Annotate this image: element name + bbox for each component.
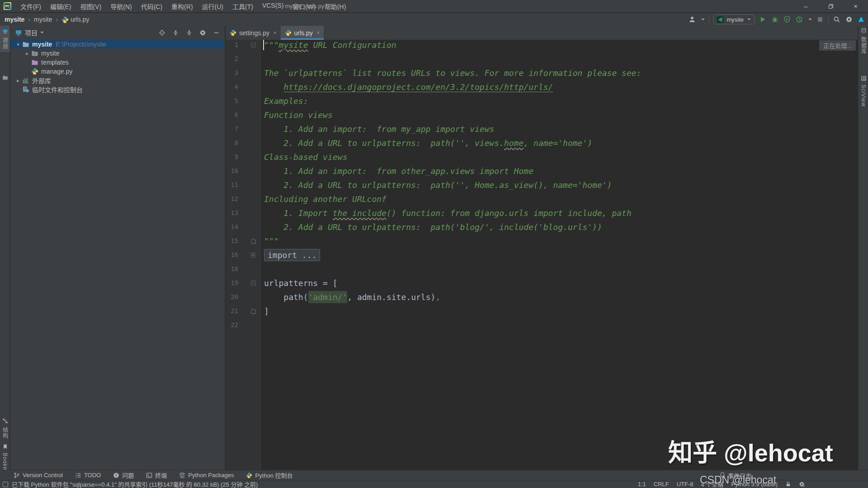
fold-marker-icon[interactable]: + <box>249 248 257 262</box>
restore-button[interactable] <box>818 0 843 13</box>
toolwindow-button-终端[interactable]: 终端 <box>146 471 167 479</box>
menu-item[interactable]: VCS(S) <box>258 0 288 13</box>
stop-button <box>816 15 824 23</box>
caret-position[interactable]: 1:1 <box>638 481 646 488</box>
tree-item-mysite[interactable]: ▸mysite <box>10 49 225 58</box>
tree-item-外部库[interactable]: ▸外部库 <box>10 76 225 85</box>
line-number: 1 <box>226 38 238 52</box>
line-number: 20 <box>226 290 238 304</box>
menu-item[interactable]: 文件(F) <box>16 0 46 13</box>
panel-settings-icon[interactable] <box>199 29 207 37</box>
fold-marker-icon[interactable]: − <box>249 38 257 52</box>
chevron-right-icon[interactable]: ▸ <box>23 51 31 56</box>
chevron-down-icon <box>747 19 751 20</box>
code-line-13: 13 1. Import the include() function: fro… <box>226 206 858 220</box>
menu-item[interactable]: 编辑(E) <box>46 0 76 13</box>
chevron-right-icon[interactable]: ▸ <box>14 78 22 84</box>
breadcrumb-item[interactable]: urls.py <box>71 16 89 23</box>
line-number: 19 <box>226 276 238 290</box>
code-line-18: 18 <box>226 262 858 276</box>
menu-item[interactable]: 工具(T) <box>228 0 258 13</box>
toolwindow-button-TODO[interactable]: TODO <box>75 472 101 479</box>
tool-tab-database[interactable]: 数据库 <box>859 28 868 54</box>
tree-item-label: mysite <box>32 41 52 48</box>
code-line-2: 2 <box>226 52 858 66</box>
tab-close-icon[interactable]: × <box>316 29 320 36</box>
line-number: 16 <box>226 248 238 262</box>
tool-tab-project[interactable]: 项目 <box>0 26 10 52</box>
editor-tab-urls.py[interactable]: urls.py× <box>281 26 324 40</box>
menu-item[interactable]: 代码(C) <box>137 0 167 13</box>
status-gear-icon[interactable] <box>799 481 805 487</box>
line-separator[interactable]: CRLF <box>654 481 669 488</box>
plugin-logo-icon[interactable] <box>857 15 865 23</box>
tree-item-临时文件和控制台[interactable]: 临时文件和控制台 <box>10 85 225 94</box>
tree-item-path: E:\Projects\mysite <box>56 41 106 48</box>
run-with-coverage-button[interactable] <box>783 15 791 23</box>
locate-file-icon[interactable] <box>158 29 166 37</box>
chevron-down-icon[interactable]: ▾ <box>14 42 22 47</box>
project-panel-title[interactable]: 项目 <box>25 28 38 37</box>
hide-panel-icon[interactable] <box>212 29 220 37</box>
toolwindow-button-问题[interactable]: 问题 <box>113 471 134 479</box>
settings-gear-icon[interactable] <box>845 15 853 23</box>
code-text: 1. Import the include() function: from d… <box>264 206 632 220</box>
debug-button[interactable] <box>771 15 779 23</box>
close-button[interactable]: × <box>843 0 868 13</box>
chevron-down-icon[interactable] <box>808 19 812 20</box>
code-text: 1. Add an import: from my_app import vie… <box>264 122 494 136</box>
line-number: 21 <box>226 304 238 318</box>
user-account-icon[interactable] <box>688 15 696 23</box>
profiler-button[interactable] <box>795 15 803 23</box>
tool-tab-folder[interactable] <box>0 75 10 82</box>
line-number: 13 <box>226 206 238 220</box>
menu-item[interactable]: 运行(U) <box>198 0 228 13</box>
tool-tab-structure[interactable]: 结构 <box>0 418 10 439</box>
code-editor[interactable]: 1−"""mysite URL Configuration23The `urlp… <box>226 40 858 470</box>
tree-item-manage.py[interactable]: manage.py <box>10 67 225 76</box>
navigation-bar: mysite›mysite›urls.py dj mysite <box>0 13 868 26</box>
collapse-all-icon[interactable] <box>185 29 193 37</box>
code-text: import ... <box>264 248 320 262</box>
toolwindow-button-Python 控制台[interactable]: Python 控制台 <box>246 471 292 479</box>
menu-item[interactable]: 帮助(H) <box>320 0 350 13</box>
breadcrumb-item[interactable]: mysite <box>5 16 24 23</box>
menu-item[interactable]: 重构(R) <box>167 0 197 13</box>
chevron-down-icon[interactable] <box>40 32 44 33</box>
project-tool-icon <box>2 28 8 36</box>
line-number: 3 <box>226 66 238 80</box>
fold-marker-icon[interactable] <box>249 234 257 248</box>
menu-item[interactable]: 视图(V) <box>76 0 106 13</box>
intention-bulb-icon[interactable] <box>267 55 273 63</box>
tool-window-switcher-icon[interactable] <box>3 482 8 487</box>
tree-item-mysite[interactable]: ▾mysiteE:\Projects\mysite <box>10 40 225 49</box>
search-everywhere-icon[interactable] <box>833 15 841 23</box>
toolwindow-button-Version Control[interactable]: Version Control <box>14 472 63 479</box>
lock-icon[interactable] <box>785 481 791 487</box>
breadcrumb-item[interactable]: mysite <box>34 16 52 23</box>
processing-status: 正在处理... <box>819 40 856 51</box>
tree-item-label: mysite <box>41 50 59 57</box>
expand-all-icon[interactable] <box>172 29 179 37</box>
fold-marker-icon[interactable] <box>249 304 257 318</box>
run-button[interactable] <box>759 15 767 23</box>
run-configuration-label: mysite <box>726 16 744 23</box>
tool-tab-sciview[interactable]: SciView <box>859 75 868 107</box>
toolwindow-button-Python Packages[interactable]: Python Packages <box>179 472 234 479</box>
editor-tab-settings.py[interactable]: settings.py× <box>226 26 281 40</box>
right-tool-stripe: 数据库 SciView <box>858 26 868 470</box>
tree-item-templates[interactable]: templates <box>10 58 225 67</box>
sciview-grid-icon <box>861 75 867 83</box>
menu-item[interactable]: 导航(N) <box>106 0 136 13</box>
minimize-button[interactable]: – <box>793 0 818 13</box>
chevron-down-icon[interactable] <box>701 19 705 20</box>
toolwindow-button-label: 终端 <box>155 471 167 479</box>
project-panel-header: 项目 <box>10 26 225 39</box>
code-text: Class-based views <box>264 150 347 164</box>
tab-close-icon[interactable]: × <box>273 29 277 36</box>
code-text: urlpatterns = [ <box>264 276 338 290</box>
fold-marker-icon[interactable]: − <box>249 276 257 290</box>
code-text: 1. Add an import: from other_app.views i… <box>264 164 533 178</box>
file-encoding[interactable]: UTF-8 <box>677 481 693 488</box>
run-configuration-select[interactable]: dj mysite <box>713 14 755 24</box>
